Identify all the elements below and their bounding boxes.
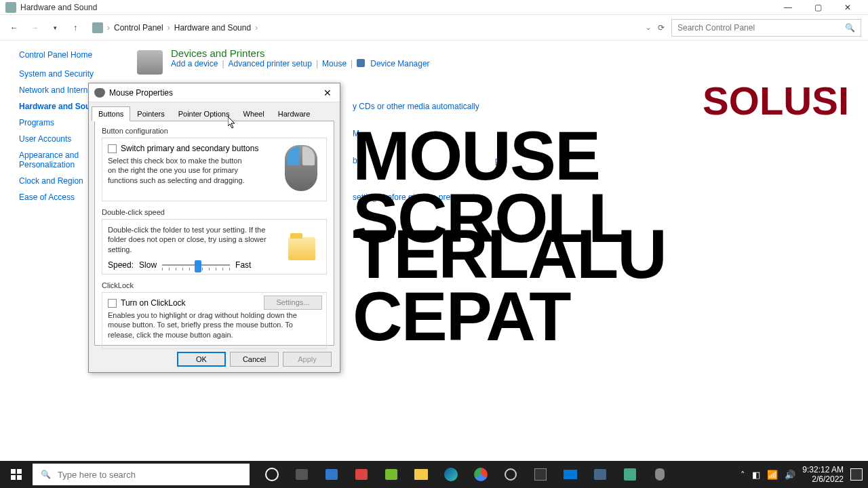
slow-label: Slow <box>139 260 157 270</box>
chrome-icon[interactable] <box>467 461 495 488</box>
system-tray: ˄ ◧ 📶 🔊 9:32:12 AM 2/6/2022 <box>741 461 868 488</box>
taskbar: 🔍 ˄ ◧ 📶 🔊 9:32:12 AM 2/6/2022 <box>0 461 868 488</box>
speed-label: Speed: <box>108 260 134 270</box>
toolbar: ← → ▾ ↑ › Control Panel › Hardware and S… <box>0 15 868 41</box>
up-button[interactable]: ↑ <box>68 20 83 35</box>
breadcrumb-control-panel[interactable]: Control Panel <box>114 23 163 33</box>
breadcrumb[interactable]: › Control Panel › Hardware and Sound › <box>88 19 640 37</box>
switch-buttons-label: Switch primary and secondary buttons <box>121 144 258 153</box>
breadcrumb-sep: › <box>167 23 170 33</box>
shield-icon <box>357 59 365 67</box>
apply-button: Apply <box>283 352 332 367</box>
dialog-title-bar[interactable]: Mouse Properties ✕ <box>89 83 340 102</box>
button-config-desc: Select this check box to make the button… <box>108 156 250 185</box>
ok-button[interactable]: OK <box>177 352 226 367</box>
doubleclick-group: Double-click the folder to test your set… <box>102 219 327 274</box>
clicklock-settings-button: Settings... <box>264 296 322 310</box>
forward-button[interactable]: → <box>27 20 42 35</box>
wifi-icon[interactable]: 📶 <box>767 470 778 480</box>
search-box[interactable]: 🔍 <box>671 19 861 37</box>
breadcrumb-sep: › <box>255 23 258 33</box>
devices-printers-heading[interactable]: Devices and Printers <box>171 47 430 59</box>
clicklock-checkbox[interactable] <box>108 299 117 308</box>
app-icon[interactable] <box>317 461 346 488</box>
switch-buttons-checkbox[interactable] <box>108 144 117 153</box>
control-panel-taskbar-icon[interactable] <box>616 461 644 488</box>
address-dropdown[interactable]: ⌄ <box>646 24 651 31</box>
devices-printers-icon <box>137 50 163 75</box>
dialog-close-button[interactable]: ✕ <box>321 86 334 100</box>
overlay-line2: TERLALU CEPAT <box>353 224 868 348</box>
sidebar-home[interactable]: Control Panel Home <box>19 50 129 60</box>
search-icon[interactable]: 🔍 <box>845 23 855 33</box>
control-panel-icon <box>5 2 16 13</box>
mouse-preview-image <box>281 142 321 194</box>
minimize-button[interactable]: — <box>773 0 803 15</box>
close-button[interactable]: ✕ <box>833 0 863 15</box>
taskbar-search[interactable]: 🔍 <box>33 464 250 485</box>
taskbar-search-input[interactable] <box>58 470 241 480</box>
tab-hardware[interactable]: Hardware <box>271 106 317 121</box>
window-title: Hardware and Sound <box>20 3 773 12</box>
back-button[interactable]: ← <box>7 20 22 35</box>
clicklock-desc: Enables you to highlight or drag without… <box>108 310 318 340</box>
tab-pointers[interactable]: Pointers <box>130 106 171 121</box>
fast-label: Fast <box>235 260 251 270</box>
taskbar-clock[interactable]: 9:32:12 AM 2/6/2022 <box>802 465 844 485</box>
doubleclick-desc: Double-click the folder to test your set… <box>108 225 271 254</box>
app-icon[interactable] <box>377 461 406 488</box>
maximize-button[interactable]: ▢ <box>803 0 833 15</box>
app-icon[interactable] <box>586 461 614 488</box>
speed-slider[interactable] <box>162 258 230 272</box>
tray-chevron[interactable]: ˄ <box>741 470 745 480</box>
explorer-icon[interactable] <box>407 461 435 488</box>
clicklock-group: Turn on ClickLock Settings... Enables yo… <box>102 292 327 349</box>
test-folder-icon[interactable] <box>288 237 315 260</box>
mouse-properties-dialog: Mouse Properties ✕ Buttons Pointers Poin… <box>88 83 340 373</box>
breadcrumb-hardware-sound[interactable]: Hardware and Sound <box>174 23 251 33</box>
clicklock-label: ClickLock <box>102 281 327 289</box>
clicklock-checkbox-label: Turn on ClickLock <box>121 298 186 308</box>
button-config-label: Button configuration <box>102 127 327 135</box>
edge-icon[interactable] <box>437 461 465 488</box>
link-device-manager[interactable]: Device Manager <box>370 59 429 68</box>
search-input[interactable] <box>677 23 840 33</box>
mouse-settings-icon[interactable] <box>646 461 674 488</box>
mail-icon[interactable] <box>556 461 585 488</box>
breadcrumb-sep: › <box>107 23 110 33</box>
cancel-button[interactable]: Cancel <box>230 352 279 367</box>
tab-buttons[interactable]: Buttons <box>92 106 130 121</box>
tab-pointer-options[interactable]: Pointer Options <box>172 106 237 121</box>
window-title-bar: Hardware and Sound — ▢ ✕ <box>0 0 868 15</box>
tray-icon[interactable]: ◧ <box>752 470 760 480</box>
recent-dropdown[interactable]: ▾ <box>47 20 62 35</box>
app-icon[interactable] <box>347 461 376 488</box>
store-icon[interactable] <box>526 461 555 488</box>
settings-icon[interactable] <box>496 461 525 488</box>
notifications-icon[interactable] <box>850 468 863 481</box>
slider-thumb[interactable] <box>195 260 201 272</box>
cortana-icon[interactable] <box>258 461 286 488</box>
doubleclick-label: Double-click speed <box>102 208 327 216</box>
button-config-group: Switch primary and secondary buttons Sel… <box>102 138 327 201</box>
link-mouse[interactable]: Mouse <box>322 59 347 68</box>
search-icon: 🔍 <box>41 470 51 479</box>
mouse-icon <box>94 88 105 98</box>
task-view-icon[interactable] <box>288 461 316 488</box>
tab-content: Button configuration Switch primary and … <box>94 121 334 346</box>
start-button[interactable] <box>0 461 33 488</box>
refresh-button[interactable]: ⟳ <box>658 23 665 33</box>
sidebar-item-system[interactable]: System and Security <box>19 69 129 79</box>
volume-icon[interactable]: 🔊 <box>785 470 795 480</box>
dialog-tabs: Buttons Pointers Pointer Options Wheel H… <box>89 102 340 121</box>
tab-wheel[interactable]: Wheel <box>237 106 271 121</box>
link-add-device[interactable]: Add a device <box>171 59 218 68</box>
link-advanced-printer[interactable]: Advanced printer setup <box>229 59 312 68</box>
overlay-solusi: SOLUSI <box>703 78 849 123</box>
cursor-icon <box>228 117 237 129</box>
dialog-title: Mouse Properties <box>109 88 321 98</box>
breadcrumb-icon <box>92 22 103 33</box>
